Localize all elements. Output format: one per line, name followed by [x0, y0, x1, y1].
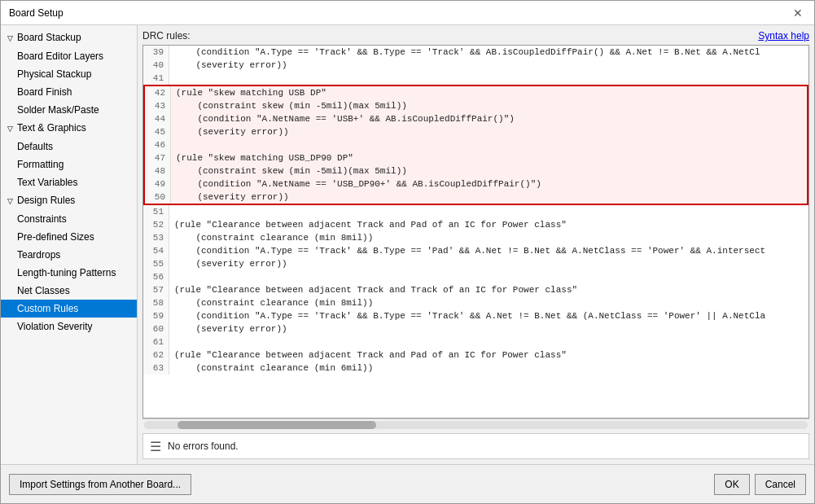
line-content: [169, 72, 174, 85]
line-content: (severity error)): [171, 191, 289, 204]
sidebar-item-physical-stackup[interactable]: Physical Stackup: [1, 65, 137, 83]
line-number: 55: [143, 257, 169, 270]
code-line: 55 (severity error)): [143, 257, 808, 270]
code-line: 43 (constraint skew (min -5mil)(max 5mil…: [145, 99, 807, 112]
syntax-help-link[interactable]: Syntax help: [758, 30, 809, 42]
line-content: [169, 335, 174, 348]
sidebar-item-formatting[interactable]: Formatting: [1, 156, 137, 173]
line-content: (condition "A.Type == 'Track' && B.Type …: [169, 309, 765, 322]
code-line: 41: [143, 72, 808, 85]
line-content: (rule "Clearance between adjacent Track …: [169, 218, 567, 231]
sidebar-item-custom-rules[interactable]: Custom Rules: [1, 300, 137, 318]
dialog-body: ▽Board Stackup Board Editor Layers Physi…: [1, 25, 814, 464]
line-number: 63: [143, 362, 169, 375]
line-number: 42: [145, 86, 171, 99]
line-number: 47: [145, 151, 171, 164]
code-line: 56: [143, 270, 808, 283]
sidebar-item-design-rules[interactable]: ▽Design Rules: [1, 191, 137, 210]
cancel-button[interactable]: Cancel: [755, 474, 806, 495]
line-content: [171, 138, 176, 151]
code-line: 50 (severity error)): [145, 191, 807, 204]
expand-icon-2: ▽: [7, 121, 15, 136]
expand-icon-3: ▽: [7, 194, 15, 208]
code-line: 57(rule "Clearance between adjacent Trac…: [143, 283, 808, 296]
line-number: 58: [143, 296, 169, 309]
line-number: 60: [143, 322, 169, 335]
code-line: 60 (severity error)): [143, 322, 808, 335]
line-number: 57: [143, 283, 169, 296]
sidebar: ▽Board Stackup Board Editor Layers Physi…: [1, 25, 138, 464]
line-number: 51: [143, 205, 169, 218]
line-content: (severity error)): [169, 59, 287, 72]
code-line: 54 (condition "A.Type == 'Track' && B.Ty…: [143, 244, 808, 257]
sidebar-item-text-graphics[interactable]: ▽Text & Graphics: [1, 119, 137, 138]
ok-button[interactable]: OK: [714, 474, 749, 495]
horizontal-scrollbar-area: [142, 419, 809, 430]
sidebar-item-board-editor-layers[interactable]: Board Editor Layers: [1, 47, 137, 65]
code-line: 46: [145, 138, 807, 151]
line-content: (rule "skew matching USB_DP90 DP": [171, 151, 353, 164]
dialog-title: Board Setup: [9, 7, 64, 19]
line-number: 62: [143, 348, 169, 362]
sidebar-item-text-variables[interactable]: Text Variables: [1, 173, 137, 191]
drc-label: DRC rules:: [142, 30, 191, 42]
line-content: (condition "A.NetName == 'USB_DP90+' && …: [171, 177, 541, 191]
line-number: 43: [145, 99, 171, 112]
line-number: 52: [143, 218, 169, 231]
line-number: 49: [145, 177, 171, 191]
sidebar-item-violation-severity[interactable]: Violation Severity: [1, 318, 137, 335]
drc-header: DRC rules: Syntax help: [142, 30, 809, 42]
code-line: 58 (constraint clearance (min 8mil)): [143, 296, 808, 309]
title-bar: Board Setup ✕: [1, 1, 814, 25]
line-number: 41: [143, 72, 169, 85]
code-line: 49 (condition "A.NetName == 'USB_DP90+' …: [145, 177, 807, 191]
line-number: 56: [143, 270, 169, 283]
line-number: 61: [143, 335, 169, 348]
import-settings-button[interactable]: Import Settings from Another Board...: [9, 474, 191, 495]
line-number: 54: [143, 244, 169, 257]
line-content: [169, 270, 174, 283]
close-button[interactable]: ✕: [790, 7, 806, 20]
code-line: 53 (constraint clearance (min 8mil)): [143, 231, 808, 244]
status-text: No errors found.: [168, 440, 239, 452]
line-content: (condition "A.Type == 'Track' && B.Type …: [169, 46, 760, 59]
code-line: 52(rule "Clearance between adjacent Trac…: [143, 218, 808, 231]
line-number: 40: [143, 59, 169, 72]
line-content: (constraint skew (min -5mil)(max 5mil)): [171, 164, 407, 177]
horizontal-scrollbar[interactable]: [144, 421, 808, 429]
code-line: 63 (constraint clearance (min 6mil)): [143, 362, 808, 375]
highlight-group: 42(rule "skew matching USB DP"43 (constr…: [143, 85, 808, 205]
line-content: (severity error)): [169, 257, 287, 270]
sidebar-item-board-finish[interactable]: Board Finish: [1, 83, 137, 101]
code-line: 40 (severity error)): [143, 59, 808, 72]
line-content: (rule "Clearance between adjacent Track …: [169, 283, 577, 296]
line-number: 59: [143, 309, 169, 322]
sidebar-item-length-tuning-patterns[interactable]: Length-tuning Patterns: [1, 264, 137, 282]
sidebar-item-net-classes[interactable]: Net Classes: [1, 282, 137, 300]
sidebar-item-constraints[interactable]: Constraints: [1, 210, 137, 228]
sidebar-item-teardrops[interactable]: Teardrops: [1, 246, 137, 264]
line-content: (constraint clearance (min 8mil)): [169, 296, 373, 309]
sidebar-item-board-stackup[interactable]: ▽Board Stackup: [1, 28, 137, 47]
sidebar-item-pre-defined-sizes[interactable]: Pre-defined Sizes: [1, 228, 137, 246]
code-line: 48 (constraint skew (min -5mil)(max 5mil…: [145, 164, 807, 177]
sidebar-item-solder-mask-paste[interactable]: Solder Mask/Paste: [1, 101, 137, 119]
code-line: 47(rule "skew matching USB_DP90 DP": [145, 151, 807, 164]
code-area[interactable]: 39 (condition "A.Type == 'Track' && B.Ty…: [142, 45, 809, 419]
line-number: 45: [145, 125, 171, 138]
code-line: 51: [143, 205, 808, 218]
line-content: (severity error)): [171, 125, 289, 138]
code-line: 62(rule "Clearance between adjacent Trac…: [143, 348, 808, 362]
expand-icon: ▽: [7, 31, 15, 46]
line-number: 53: [143, 231, 169, 244]
code-lines-container: 39 (condition "A.Type == 'Track' && B.Ty…: [143, 46, 808, 375]
code-line: 39 (condition "A.Type == 'Track' && B.Ty…: [143, 46, 808, 59]
line-number: 48: [145, 164, 171, 177]
line-content: (severity error)): [169, 322, 287, 335]
line-number: 39: [143, 46, 169, 59]
code-line: 45 (severity error)): [145, 125, 807, 138]
main-content: DRC rules: Syntax help 39 (condition "A.…: [138, 25, 814, 464]
line-content: (rule "skew matching USB DP": [171, 86, 326, 99]
sidebar-item-defaults[interactable]: Defaults: [1, 138, 137, 156]
line-content: [169, 205, 174, 218]
